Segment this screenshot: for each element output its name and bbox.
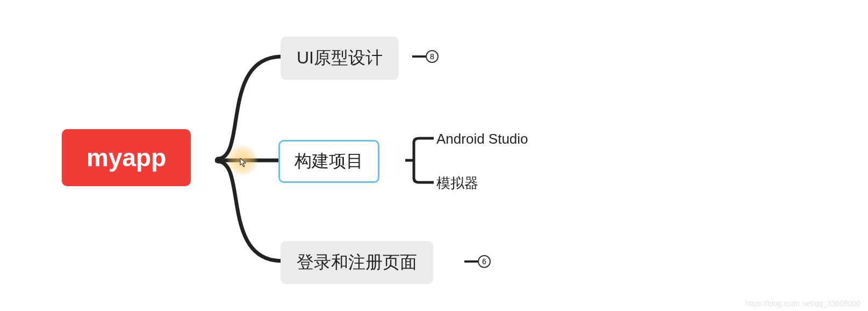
branch-label: 登录和注册页面 (297, 251, 417, 274)
connector-line (215, 156, 279, 167)
cursor-icon (240, 158, 248, 169)
collapsed-count-badge[interactable]: 8 (426, 50, 439, 63)
leaf-label: Android Studio (436, 131, 528, 147)
branch-label: UI原型设计 (297, 46, 383, 70)
root-node[interactable]: myapp (62, 129, 191, 186)
badge-value: 8 (430, 52, 434, 61)
branch-build-project[interactable]: 构建项目 (278, 140, 379, 183)
leaf-emulator[interactable]: 模拟器 (436, 174, 478, 193)
branch-label: 构建项目 (295, 150, 363, 173)
badge-value: 6 (482, 257, 486, 266)
cursor-halo (227, 145, 257, 175)
connector-line (215, 51, 285, 161)
collapsed-count-badge[interactable]: 6 (478, 255, 491, 268)
branch-login-register[interactable]: 登录和注册页面 (281, 241, 433, 284)
leaf-android-studio[interactable]: Android Studio (436, 131, 528, 147)
root-label: myapp (87, 143, 166, 172)
connector-line (215, 159, 285, 266)
mindmap-canvas[interactable]: myapp UI原型设计 8 构建项目 Android Studio 模拟器 登… (0, 0, 868, 311)
watermark-text: https://blog.csdn.net/qq_33608000 (745, 299, 860, 308)
leaf-label: 模拟器 (436, 175, 478, 191)
connector-bracket (404, 136, 436, 185)
branch-ui-prototype[interactable]: UI原型设计 (281, 37, 399, 80)
